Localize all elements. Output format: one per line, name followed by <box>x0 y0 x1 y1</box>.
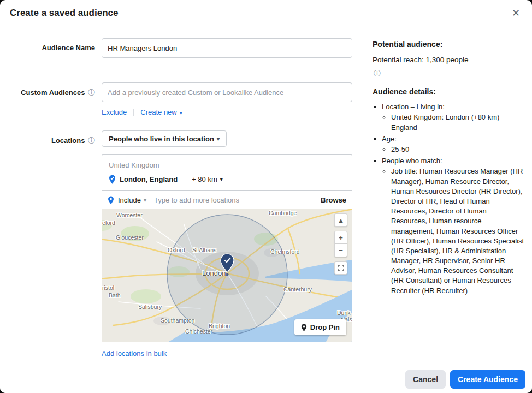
add-location-input[interactable]: Type to add more locations <box>154 196 321 204</box>
modal-body: Audience Name Custom Audiences ⓘ Exclude <box>0 26 532 365</box>
audience-name-row: Audience Name <box>8 38 365 58</box>
location-country: United Kingdom <box>102 155 352 169</box>
modal-header: Create a saved audience ✕ <box>0 0 532 26</box>
potential-audience-title: Potential audience: <box>373 39 524 50</box>
section-divider <box>8 70 365 70</box>
detail-sub-age: 25-50 <box>391 145 524 154</box>
add-locations-bulk-link[interactable]: Add locations in bulk <box>102 349 167 358</box>
detail-sub-location: United Kingdom: London (+80 km) England <box>391 112 524 132</box>
include-dropdown[interactable]: Include ▾ <box>118 196 146 204</box>
info-icon[interactable]: ⓘ <box>88 88 95 97</box>
audience-details-list: Location – Living in: United Kingdom: Lo… <box>373 102 524 296</box>
locations-row: Locations ⓘ People who live in this loca… <box>8 130 365 358</box>
recenter-button[interactable] <box>334 261 347 275</box>
chevron-down-icon: ▾ <box>217 136 220 142</box>
chevron-down-icon: ▾ <box>144 197 146 203</box>
cancel-button[interactable]: Cancel <box>405 370 446 389</box>
browse-button[interactable]: Browse <box>321 196 346 204</box>
detail-item-people: People who match: Job title: Human Resou… <box>382 156 524 296</box>
location-pin-icon <box>108 196 114 204</box>
chevron-down-icon: ▾ <box>220 176 223 182</box>
modal-footer: Cancel Create Audience <box>0 365 532 393</box>
detail-item-location: Location – Living in: United Kingdom: Lo… <box>382 102 524 133</box>
location-mode-dropdown[interactable]: People who live in this location ▾ <box>102 130 227 147</box>
map-pan-button[interactable]: ▴ <box>334 213 347 227</box>
info-icon[interactable]: ⓘ <box>88 136 95 145</box>
detail-item-age: Age: 25-50 <box>382 134 524 154</box>
create-new-link[interactable]: Create new▾ <box>140 108 182 116</box>
zoom-out-button[interactable]: − <box>334 244 347 257</box>
location-panel: United Kingdom London, England + 80 km ▾ <box>102 154 352 342</box>
custom-audiences-label: Custom Audiences ⓘ <box>8 82 102 98</box>
chevron-down-icon: ▾ <box>180 110 182 116</box>
detail-sub-jobtitles: Job title: Human Resources Manager (HR M… <box>391 166 524 295</box>
location-pin-icon <box>109 175 116 184</box>
exclude-link[interactable]: Exclude <box>102 108 127 116</box>
audience-name-label: Audience Name <box>8 38 102 52</box>
fullscreen-icon <box>338 265 344 271</box>
selected-location-name: London, England <box>120 175 178 183</box>
audience-details-title: Audience details: <box>373 87 524 98</box>
custom-audience-links: Exclude Create new▾ <box>102 108 352 116</box>
link-separator <box>133 109 134 116</box>
custom-audiences-row: Custom Audiences ⓘ Exclude Create new▾ <box>8 82 365 116</box>
form-column: Audience Name Custom Audiences ⓘ Exclude <box>0 26 365 365</box>
include-row: Include ▾ Type to add more locations Bro… <box>102 190 352 209</box>
audience-name-input[interactable] <box>102 38 352 58</box>
radius-dropdown[interactable]: + 80 km ▾ <box>192 175 223 183</box>
create-audience-button[interactable]: Create Audience <box>450 370 525 389</box>
pin-icon <box>301 324 307 331</box>
create-saved-audience-modal: Create a saved audience ✕ Audience Name … <box>0 0 532 393</box>
selected-location-row: London, England + 80 km ▾ <box>102 169 352 190</box>
zoom-in-button[interactable]: + <box>334 231 347 244</box>
drop-pin-button[interactable]: Drop Pin <box>294 319 346 335</box>
modal-title: Create a saved audience <box>10 8 118 19</box>
map-canvas[interactable]: Worcester Cambridge eford Gloucester Oxf… <box>102 209 352 342</box>
potential-audience-sidebar: Potential audience: Potential reach: 1,3… <box>365 26 532 365</box>
info-icon[interactable]: ⓘ <box>374 69 524 79</box>
potential-reach-text: Potential reach: 1,300 people <box>373 55 524 66</box>
close-icon[interactable]: ✕ <box>510 6 522 20</box>
custom-audiences-input[interactable] <box>102 82 352 102</box>
map-controls: ▴ + − <box>334 213 347 275</box>
locations-label: Locations ⓘ <box>8 130 102 146</box>
